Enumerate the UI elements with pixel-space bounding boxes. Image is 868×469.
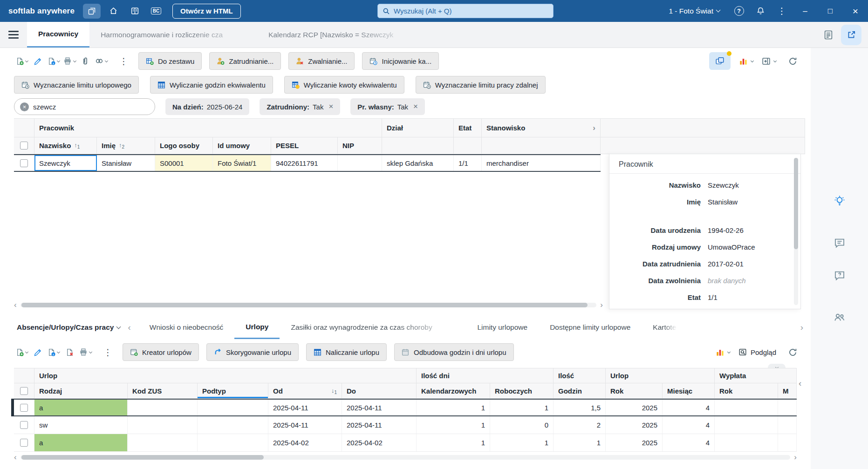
edit-leave-button[interactable]	[30, 343, 46, 361]
remove-filter-icon[interactable]: ×	[413, 102, 418, 111]
column-miesiac[interactable]: Miesiąc	[663, 383, 715, 399]
row-checkbox[interactable]	[20, 404, 28, 412]
column-id-umowy[interactable]: Id umowy	[213, 137, 271, 154]
columns-scroll-left-icon[interactable]: ‹	[799, 378, 801, 388]
refresh-leaves-button[interactable]	[785, 343, 800, 361]
expand-columns-icon[interactable]: ›	[593, 123, 595, 133]
minimize-button[interactable]: –	[793, 0, 818, 22]
window-switch-button[interactable]	[83, 4, 101, 19]
tab-dostepne-limity[interactable]: Dostępne limity urlopowe	[539, 316, 642, 339]
page-list-icon[interactable]	[823, 30, 834, 40]
tab-zasilki[interactable]: Zasiłki oraz wynagrodzenie za czas choro…	[280, 316, 466, 339]
column-kod-zus[interactable]: Kod ZUS	[128, 383, 198, 399]
scrollbar-thumb[interactable]	[21, 455, 264, 460]
scroll-right-icon[interactable]: ›	[600, 303, 603, 307]
select-all-checkbox[interactable]	[20, 142, 28, 150]
attachments-button[interactable]	[77, 52, 93, 70]
skorygowanie-urlopu-button[interactable]: Skorygowanie urlopu	[206, 343, 299, 361]
filter-chip-zatrudniony[interactable]: Zatrudniony: Tak ×	[260, 98, 340, 115]
row-checkbox[interactable]	[20, 421, 28, 429]
column-m[interactable]: M	[778, 383, 797, 399]
cell-nazwisko[interactable]: Szewczyk	[34, 155, 97, 171]
column-rodzaj[interactable]: Rodzaj	[34, 383, 128, 399]
feedback-button[interactable]	[829, 233, 850, 253]
edit-record-button[interactable]	[30, 52, 46, 70]
column-kalendarzowych[interactable]: Kalendarzowych	[417, 383, 490, 399]
tab-limity-urlopowe[interactable]: Limity urlopowe	[466, 316, 539, 339]
zatrudnianie-button[interactable]: Zatrudnianie...	[209, 52, 281, 70]
help-button[interactable]: ?	[730, 4, 748, 19]
column-do[interactable]: Do	[342, 383, 417, 399]
column-rok-wyplata[interactable]: Rok	[715, 383, 778, 399]
clear-search-icon[interactable]: ×	[20, 102, 29, 111]
home-button[interactable]	[104, 4, 122, 19]
close-button[interactable]: ×	[843, 0, 868, 22]
leaves-hscrollbar[interactable]: ‹ ›	[14, 455, 797, 460]
layout-view-button[interactable]	[762, 57, 776, 66]
leaves-chart-button[interactable]	[716, 348, 730, 357]
tabs-scroll-right[interactable]: ›	[793, 316, 811, 339]
column-rok[interactable]: Rok	[606, 383, 663, 399]
assistant-button[interactable]	[829, 191, 850, 211]
record-info-button[interactable]	[46, 52, 62, 70]
tabs-scroll-left[interactable]: ‹	[120, 316, 138, 339]
inicjowanie-button[interactable]: Inicjowanie ka...	[362, 52, 439, 70]
wyznaczanie-limitu-pracy-zdalnej-button[interactable]: Wyznaczanie limitu pracy zdalnej	[416, 76, 546, 94]
leave-row[interactable]: a 2025-04-11 2025-04-11 1 1 1,5 2025 4	[14, 399, 797, 416]
naliczanie-urlopu-button[interactable]: Naliczanie urlopu	[306, 343, 387, 361]
leave-row[interactable]: a 2025-04-02 2025-04-02 1 1 1 2025 4	[14, 434, 797, 452]
scrollbar-thumb[interactable]	[794, 158, 798, 249]
column-logo-osoby[interactable]: Logo osoby	[155, 137, 213, 154]
column-podtyp[interactable]: Podtyp	[198, 383, 268, 399]
wyliczanie-godzin-ekwiwalentu-button[interactable]: Wyliczanie godzin ekwiwalentu	[150, 76, 273, 94]
odbudowa-godzin-button[interactable]: Odbudowa godzin i dni urlopu	[394, 343, 513, 361]
employee-search-input[interactable]	[33, 103, 149, 111]
tab-kartoteki[interactable]: Kartotek	[642, 316, 678, 339]
employees-hscrollbar[interactable]: ‹ ›	[14, 303, 603, 307]
support-contacts-button[interactable]	[829, 307, 850, 328]
employee-row[interactable]: Szewczyk Stanisław S00001 Foto Świat/1 9…	[14, 154, 601, 172]
share-button[interactable]	[841, 25, 861, 45]
select-all-checkbox[interactable]	[20, 387, 28, 395]
print-button[interactable]	[62, 52, 77, 70]
scroll-left-icon[interactable]: ‹	[14, 303, 17, 307]
column-nazwisko[interactable]: Nazwisko ↑1	[34, 137, 97, 154]
leave-row[interactable]: sw 2025-04-11 2025-04-11 1 0 2 2025 4	[14, 416, 797, 434]
column-godzin[interactable]: Godzin	[554, 383, 606, 399]
bc-module-button[interactable]: BC	[147, 4, 165, 19]
chart-view-button[interactable]	[739, 57, 753, 66]
tab-harmonogramowanie[interactable]: Harmonogramowanie i rozliczenie cza	[89, 22, 257, 48]
card-view-button[interactable]	[709, 52, 731, 70]
column-roboczych[interactable]: Roboczych	[490, 383, 554, 399]
zwalnianie-button[interactable]: Zwalnianie...	[288, 52, 355, 70]
tab-kalendarz-rcp[interactable]: Kalendarz RCP [Nazwisko = Szewczyk	[257, 22, 418, 48]
filter-chip-pr-wlasny[interactable]: Pr. własny: Tak ×	[350, 98, 425, 115]
tab-wnioski[interactable]: Wnioski o nieobecność	[138, 316, 235, 339]
column-od[interactable]: Od ↓1	[268, 383, 342, 399]
delete-leave-button[interactable]	[62, 343, 77, 361]
column-pesel[interactable]: PESEL	[271, 137, 338, 154]
remove-filter-icon[interactable]: ×	[328, 102, 333, 111]
global-search-input[interactable]	[394, 7, 548, 15]
more-leave-actions-button[interactable]: ⋮	[99, 347, 117, 358]
column-dzial[interactable]: Dział	[382, 119, 454, 137]
global-search[interactable]	[377, 4, 554, 18]
notifications-button[interactable]	[752, 4, 769, 19]
podglad-button[interactable]: Podgląd	[738, 348, 776, 356]
row-checkbox[interactable]	[20, 439, 28, 447]
column-nip[interactable]: NIP	[338, 137, 382, 154]
new-leave-button[interactable]	[14, 343, 30, 361]
wyznaczanie-limitu-urlopowego-button[interactable]: Wyznaczanie limitu urlopowego	[14, 76, 139, 94]
news-button[interactable]	[126, 4, 144, 19]
kreator-urlopow-button[interactable]: Kreator urlopów	[123, 343, 199, 361]
more-actions-button[interactable]: ⋮	[115, 56, 133, 67]
open-in-html-button[interactable]: Otwórz w HTML	[172, 4, 241, 19]
main-menu-button[interactable]	[0, 22, 27, 48]
wyliczanie-kwoty-ekwiwalentu-button[interactable]: Wyliczanie kwoty ekwiwalentu	[284, 76, 404, 94]
scroll-left-icon[interactable]: ‹	[14, 455, 17, 460]
refresh-button[interactable]	[785, 52, 800, 70]
merge-button[interactable]	[93, 52, 109, 70]
company-selector[interactable]: 1 - Foto Świat	[669, 7, 720, 15]
tab-urlopy[interactable]: Urlopy	[234, 316, 280, 339]
section-selector[interactable]: Absencje/Urlopy/Czas pracy	[17, 316, 120, 339]
